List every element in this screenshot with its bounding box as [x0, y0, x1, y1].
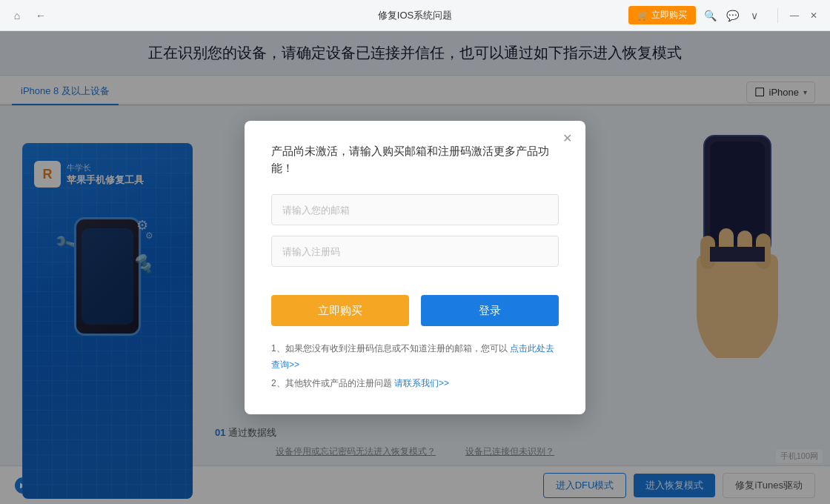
main-area: 正在识别您的设备，请确定设备已连接并信任，也可以通过如下指示进入恢复模式 iPh… — [0, 31, 830, 504]
activation-modal: ✕ 产品尚未激活，请输入购买邮箱和注册码激活更多产品功能！ 立即购买 登录 1、… — [245, 121, 585, 414]
cart-icon: 🛒 — [637, 10, 648, 21]
page-title: 修复IOS系统问题 — [378, 9, 452, 22]
minimize-button[interactable]: — — [787, 8, 802, 23]
modal-overlay: ✕ 产品尚未激活，请输入购买邮箱和注册码激活更多产品功能！ 立即购买 登录 1、… — [0, 31, 830, 504]
titlebar-nav: ⌂ ← — [9, 7, 49, 24]
window-controls: — ✕ — [777, 8, 821, 23]
contact-us-link[interactable]: 请联系我们>> — [394, 378, 449, 388]
close-button[interactable]: ✕ — [806, 8, 821, 23]
modal-buy-button[interactable]: 立即购买 — [271, 295, 409, 326]
expand-icon[interactable]: ∨ — [746, 7, 763, 24]
modal-note1: 1、如果您没有收到注册码信息或不知道注册的邮箱，您可以 点击此处去查询>> — [271, 341, 559, 373]
modal-notes: 1、如果您没有收到注册码信息或不知道注册的邮箱，您可以 点击此处去查询>> 2、… — [271, 341, 559, 392]
titlebar: ⌂ ← 修复IOS系统问题 🛒 立即购买 🔍 💬 ∨ — ✕ — [0, 0, 830, 31]
home-icon[interactable]: ⌂ — [9, 7, 25, 24]
modal-buttons: 立即购买 登录 — [271, 295, 559, 326]
modal-login-button[interactable]: 登录 — [421, 295, 559, 326]
modal-title: 产品尚未激活，请输入购买邮箱和注册码激活更多产品功能！ — [271, 143, 559, 176]
chat-icon[interactable]: 💬 — [724, 7, 740, 24]
modal-close-button[interactable]: ✕ — [559, 130, 575, 146]
titlebar-right: 🛒 立即购买 🔍 💬 ∨ — ✕ — [628, 6, 821, 24]
buy-button[interactable]: 🛒 立即购买 — [628, 6, 696, 24]
registration-code-input[interactable] — [271, 236, 559, 267]
modal-note2: 2、其他软件或产品的注册问题 请联系我们>> — [271, 376, 559, 392]
back-icon[interactable]: ← — [33, 7, 49, 24]
search-icon[interactable]: 🔍 — [702, 7, 718, 24]
email-input[interactable] — [271, 194, 559, 225]
